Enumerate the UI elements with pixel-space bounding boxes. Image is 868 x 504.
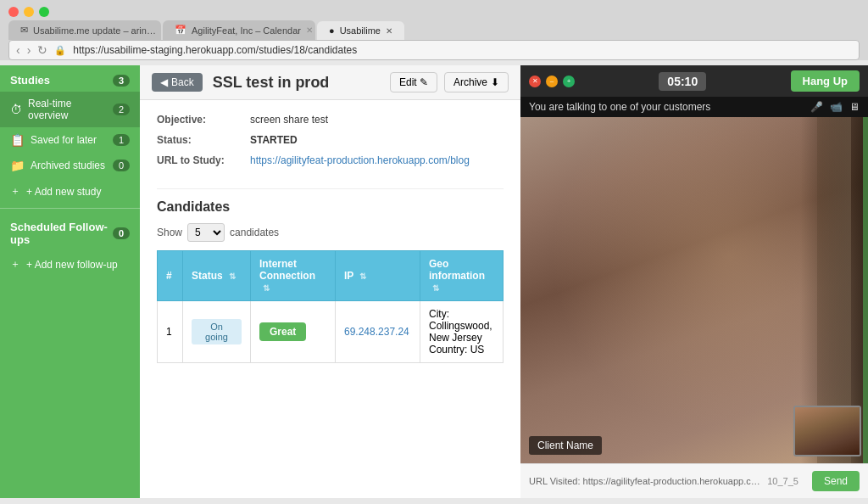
edit-button[interactable]: Edit ✎ bbox=[390, 72, 437, 92]
add-study-icon: ＋ bbox=[10, 184, 20, 199]
studies-label: Studies bbox=[10, 74, 50, 87]
scheduled-label: Scheduled Follow-ups bbox=[10, 221, 113, 246]
forward-nav-button[interactable]: › bbox=[27, 43, 31, 57]
video-pause-button[interactable]: – bbox=[546, 76, 558, 87]
add-followup-label: + Add new follow-up bbox=[26, 259, 118, 271]
reload-button[interactable]: ↻ bbox=[37, 43, 47, 57]
tab-close-button[interactable]: ✕ bbox=[306, 25, 313, 35]
ip-sort-icon: ⇅ bbox=[359, 272, 366, 281]
row-status: On going bbox=[183, 301, 251, 363]
video-stop-button[interactable]: ✕ bbox=[529, 76, 541, 87]
top-bar: ◀ Back SSL test in prod Edit ✎ Archive ⬇ bbox=[140, 65, 520, 100]
row-ip: 69.248.237.24 bbox=[336, 301, 420, 363]
status-label: Status: bbox=[157, 134, 250, 146]
mail-icon: ✉ bbox=[20, 25, 28, 36]
col-header-geo[interactable]: Geo information ⇅ bbox=[420, 251, 504, 301]
sidebar-divider bbox=[0, 208, 140, 209]
archive-down-icon: ⬇ bbox=[491, 76, 499, 88]
send-button[interactable]: Send bbox=[812, 471, 860, 491]
video-scrollbar[interactable] bbox=[863, 117, 868, 463]
objective-row: Objective: screen share test bbox=[157, 114, 504, 126]
pip-video-feed bbox=[795, 407, 860, 455]
pip-video bbox=[793, 406, 861, 456]
ssl-lock-icon: 🔒 bbox=[54, 45, 66, 56]
client-name-overlay: Client Name bbox=[529, 436, 602, 455]
studies-badge: 3 bbox=[113, 75, 130, 87]
archive-button[interactable]: Archive ⬇ bbox=[444, 72, 509, 92]
candidates-title: Candidates bbox=[157, 188, 504, 223]
minimize-window-button[interactable] bbox=[24, 7, 34, 17]
camera-icon[interactable]: 📹 bbox=[830, 101, 843, 113]
add-new-followup-button[interactable]: ＋ + Add new follow-up bbox=[0, 251, 140, 277]
play-icon: + bbox=[567, 77, 571, 85]
tab-agilityfeat-calendar[interactable]: 📅 AgilityFeat, Inc – Calendar ✕ bbox=[163, 20, 315, 40]
tab-label: Usabilime.me update – arin… bbox=[33, 25, 156, 36]
ip-link[interactable]: 69.248.237.24 bbox=[344, 326, 409, 338]
main-layout: Studies 3 ⏱ Real-time overview 2 📋 Saved… bbox=[0, 65, 868, 498]
browser-chrome: ✉ Usabilime.me update – arin… ✕ 📅 Agilit… bbox=[0, 0, 868, 60]
status-sort-icon: ⇅ bbox=[229, 272, 236, 281]
row-num: 1 bbox=[158, 301, 183, 363]
candidates-section: Candidates Show 5 10 25 candidates # bbox=[140, 188, 520, 363]
add-new-study-button[interactable]: ＋ + Add new study bbox=[0, 178, 140, 204]
col-header-ip[interactable]: IP ⇅ bbox=[336, 251, 420, 301]
maximize-window-button[interactable] bbox=[39, 7, 49, 17]
pause-icon: – bbox=[550, 77, 554, 85]
address-bar[interactable]: ‹ › ↻ 🔒 https://usabilime-staging.heroku… bbox=[8, 40, 860, 60]
favicon-icon: ● bbox=[329, 25, 335, 36]
microphone-icon[interactable]: 🎤 bbox=[810, 101, 823, 113]
scheduled-badge: 0 bbox=[113, 227, 130, 239]
archived-label: Archived studies bbox=[31, 160, 105, 171]
realtime-icon: ⏱ bbox=[10, 103, 22, 116]
tab-bar: ✉ Usabilime.me update – arin… ✕ 📅 Agilit… bbox=[0, 20, 868, 40]
row-geo: City: Collingswood, New Jersey Country: … bbox=[420, 301, 504, 363]
candidates-table: # Status ⇅ Internet Connection ⇅ IP ⇅ bbox=[157, 250, 504, 363]
status-badge: On going bbox=[192, 319, 242, 344]
sidebar-item-realtime[interactable]: ⏱ Real-time overview 2 bbox=[0, 92, 140, 127]
video-timer: 05:10 bbox=[659, 72, 706, 91]
screen-share-icon[interactable]: 🖥 bbox=[849, 101, 860, 113]
saved-label: Saved for later bbox=[31, 134, 97, 146]
study-url-link[interactable]: https://agilityfeat-production.herokuapp… bbox=[250, 154, 470, 166]
visit-timestamp: 10_7_5 bbox=[767, 476, 798, 486]
sidebar-item-saved[interactable]: 📋 Saved for later 1 bbox=[0, 127, 140, 153]
archive-label: Archive bbox=[453, 76, 487, 88]
add-study-label: + Add new study bbox=[26, 186, 101, 198]
tab-label: Usabilime bbox=[340, 25, 381, 36]
video-panel: ✕ – + 05:10 Hang Up You are talking to o… bbox=[520, 65, 868, 498]
connection-great-badge[interactable]: Great bbox=[259, 322, 306, 341]
back-chevron-icon: ◀ bbox=[160, 76, 168, 88]
video-control-icons: 🎤 📹 🖥 bbox=[810, 101, 860, 113]
top-bar-left: ◀ Back SSL test in prod bbox=[152, 73, 329, 92]
show-select[interactable]: 5 10 25 bbox=[187, 223, 225, 242]
sidebar-item-archived[interactable]: 📁 Archived studies 0 bbox=[0, 153, 140, 178]
video-play-button[interactable]: + bbox=[563, 76, 575, 87]
url-label: URL to Study: bbox=[157, 154, 250, 166]
video-status-message: You are talking to one of your customers bbox=[529, 101, 710, 113]
content-area: ◀ Back SSL test in prod Edit ✎ Archive ⬇… bbox=[140, 65, 520, 498]
back-button[interactable]: ◀ Back bbox=[152, 73, 203, 92]
realtime-badge: 2 bbox=[113, 104, 130, 115]
show-candidates-row: Show 5 10 25 candidates bbox=[157, 223, 504, 242]
edit-pencil-icon: ✎ bbox=[420, 76, 428, 88]
tab-label: AgilityFeat, Inc – Calendar bbox=[192, 25, 301, 36]
url-row: URL to Study: https://agilityfeat-produc… bbox=[157, 154, 504, 166]
close-window-button[interactable] bbox=[8, 7, 19, 17]
status-value: STARTED bbox=[250, 134, 298, 146]
objective-value: screen share test bbox=[250, 114, 328, 126]
col-header-num: # bbox=[158, 251, 183, 301]
realtime-label: Real-time overview bbox=[28, 98, 113, 121]
col-header-connection[interactable]: Internet Connection ⇅ bbox=[251, 251, 336, 301]
study-details: Objective: screen share test Status: STA… bbox=[140, 100, 520, 188]
col-header-status[interactable]: Status ⇅ bbox=[183, 251, 251, 301]
tab-usabilime-mail[interactable]: ✉ Usabilime.me update – arin… ✕ bbox=[8, 20, 161, 40]
status-row: Status: STARTED bbox=[157, 134, 504, 146]
video-traffic-lights: ✕ – + bbox=[529, 76, 575, 87]
hangup-button[interactable]: Hang Up bbox=[791, 70, 860, 92]
table-header-row: # Status ⇅ Internet Connection ⇅ IP ⇅ bbox=[158, 251, 504, 301]
add-followup-icon: ＋ bbox=[10, 257, 20, 272]
top-bar-right: Edit ✎ Archive ⬇ bbox=[390, 72, 509, 92]
tab-close-active-button[interactable]: ✕ bbox=[386, 26, 392, 36]
back-nav-button[interactable]: ‹ bbox=[16, 43, 20, 57]
tab-usabilime-active[interactable]: ● Usabilime ✕ bbox=[317, 21, 404, 40]
